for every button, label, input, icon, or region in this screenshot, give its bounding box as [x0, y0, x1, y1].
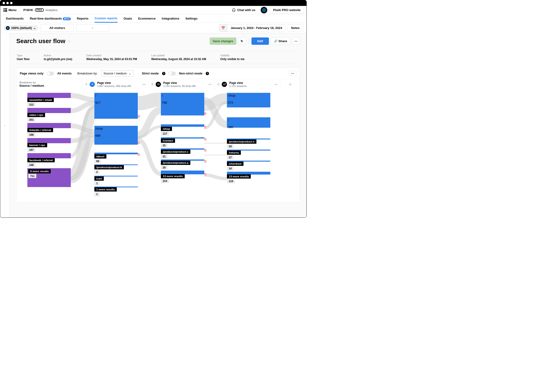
flow-controls: Page views only All events Breakdown by:…: [16, 68, 300, 202]
flow-node[interactable]: /390: [227, 117, 270, 128]
info-icon[interactable]: i: [162, 72, 165, 75]
window-titlebar: [0, 0, 306, 6]
step-badge: +2: [222, 82, 227, 87]
strict-toggle[interactable]: [169, 72, 176, 75]
edit-button[interactable]: Edit: [251, 37, 269, 45]
window-max-icon[interactable]: [10, 2, 13, 4]
share-button[interactable]: 🔗 Share: [271, 37, 290, 45]
source-node[interactable]: facebook / referral148: [27, 153, 71, 167]
window-min-icon[interactable]: [6, 2, 9, 4]
flow-node[interactable]: /about68: [94, 153, 138, 163]
more-icon: ⋯: [294, 39, 298, 43]
step-headers: Breakdown bySource / medium ✦ Page view1…: [16, 79, 300, 89]
tab-dashboards[interactable]: Dashboards: [6, 15, 24, 22]
sampling-selector[interactable]: 100% (default) ⌄: [4, 25, 38, 31]
flow-node[interactable]: /798: [161, 93, 204, 115]
flow-node[interactable]: /products/product-c21: [161, 148, 204, 159]
calendar-icon: 📅: [219, 25, 227, 32]
nav-tabs: Dashboards Real-time dashboardsBETA Repo…: [0, 14, 306, 23]
report-meta: TypeUser flow Authorm.gil@piwik.pro (me)…: [16, 51, 300, 64]
site-selector[interactable]: Piwik PRO website: [270, 6, 304, 14]
flow-node[interactable]: /products/product-b2: [94, 164, 138, 174]
more-button[interactable]: ⋯: [292, 37, 300, 45]
flow-node[interactable]: /917: [94, 93, 138, 119]
step-more-button[interactable]: ⋯: [209, 83, 212, 86]
source-node-more[interactable]: 9 more results711: [27, 168, 71, 187]
top-header: Menu PIWIK PRO Analytics 🎧 Chat with us …: [0, 6, 306, 14]
revert-button[interactable]: ↻: [238, 37, 246, 45]
tab-realtime[interactable]: Real-time dashboardsBETA: [30, 15, 71, 22]
tab-reports[interactable]: Reports: [77, 15, 88, 22]
chevron-down-icon: ⌄: [33, 26, 36, 30]
drag-handle-icon[interactable]: [218, 83, 219, 85]
step-more-button[interactable]: ⋯: [143, 83, 145, 86]
compass-icon: ✦: [90, 82, 95, 87]
drag-handle-icon[interactable]: [85, 83, 87, 85]
flow-node[interactable]: /products/product-a20: [161, 160, 204, 170]
main-menu-button[interactable]: Menu: [0, 6, 20, 14]
expand-sidebar[interactable]: ›: [0, 33, 10, 217]
user-flow-chart[interactable]: newsletter / email212 video / cpv201 lin…: [16, 89, 300, 202]
flow-node[interactable]: /products/product-e18: [227, 139, 270, 148]
source-node[interactable]: banner / cpc187: [27, 138, 71, 152]
window-close-icon[interactable]: [3, 2, 5, 4]
flow-node[interactable]: /checkout14: [227, 161, 270, 171]
drag-handle-icon[interactable]: [152, 83, 153, 85]
headset-icon: 🎧: [232, 8, 236, 12]
globe-icon[interactable]: 🌐: [261, 7, 267, 14]
step-1-header: ✦ Page view1,657 sessions, 466 drop-offs…: [83, 79, 149, 89]
events-toggle[interactable]: [47, 72, 54, 75]
breakdown-select[interactable]: Source / medium⌄: [101, 70, 134, 77]
notes-button[interactable]: Notes: [288, 24, 303, 32]
link-icon: 🔗: [274, 39, 278, 43]
tab-custom-reports[interactable]: Custom reports: [94, 15, 117, 23]
flow-node[interactable]: /shop668: [94, 126, 138, 145]
source-node[interactable]: linkedin / referral198: [27, 123, 71, 137]
chat-button[interactable]: 🎧 Chat with us: [229, 8, 258, 12]
tab-ecommerce[interactable]: Ecommerce: [138, 15, 156, 22]
history-icon: ↻: [241, 39, 243, 43]
menu-grid-icon: [4, 8, 7, 12]
chevron-down-icon: ⌄: [129, 72, 131, 75]
flow-node[interactable]: /shop573: [227, 93, 270, 107]
step-3-header: +2 Page view1,131 sessions ⋯: [215, 79, 281, 89]
date-range-picker[interactable]: 📅 January 1, 2024 - February 18, 2024: [219, 24, 286, 32]
page-title: Search user flow: [16, 37, 65, 45]
info-icon[interactable]: i: [206, 72, 209, 75]
step-badge: +1: [156, 82, 161, 87]
tab-goals[interactable]: Goals: [123, 15, 132, 22]
brand-logo: PIWIK PRO Analytics: [20, 8, 61, 12]
flow-node-more[interactable]: 13 more results214: [161, 171, 204, 183]
flow-node[interactable]: /cart1: [94, 176, 138, 185]
step-more-button[interactable]: ⋯: [275, 83, 278, 86]
app-window: Menu PIWIK PRO Analytics 🎧 Chat with us …: [0, 0, 307, 218]
save-button[interactable]: Save changes: [210, 37, 236, 45]
tab-integrations[interactable]: Integrations: [162, 15, 179, 22]
panel-more-button[interactable]: ⋯: [289, 71, 296, 76]
add-segment-button[interactable]: +: [76, 24, 109, 32]
segment-all-visitors[interactable]: All visitors: [41, 24, 74, 32]
main-menu-label: Menu: [8, 8, 16, 12]
favorite-star-icon[interactable]: ☆: [67, 39, 71, 44]
source-node[interactable]: video / cpv201: [27, 108, 71, 122]
filter-bar: 100% (default) ⌄ All visitors + 📅 Januar…: [0, 23, 306, 33]
flow-node[interactable]: /returns17: [227, 150, 270, 160]
source-node[interactable]: newsletter / email212: [27, 93, 71, 107]
tab-settings[interactable]: Settings: [185, 15, 197, 22]
flow-node[interactable]: /contact21: [161, 137, 204, 147]
breakdown-header: Breakdown bySource / medium: [16, 79, 83, 89]
chevron-right-icon: ›: [4, 124, 5, 127]
step-2-header: +1 Page view1,191 sessions, 60 drop-offs…: [149, 79, 215, 89]
flow-node-more[interactable]: 13 more results119: [227, 172, 270, 183]
add-step-button[interactable]: +: [281, 79, 300, 89]
flow-node[interactable]: /shop117: [161, 124, 204, 136]
flow-node-more[interactable]: 1 more results1: [94, 187, 138, 196]
drop-icon: [6, 26, 10, 30]
